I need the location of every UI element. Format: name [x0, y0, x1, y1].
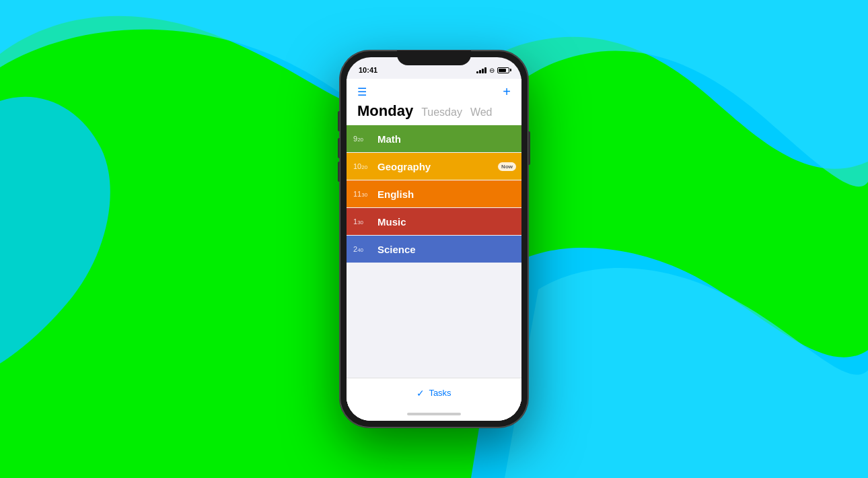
subject-name: Math: [377, 133, 401, 145]
schedule-item[interactable]: 920Math: [347, 125, 521, 152]
battery-icon: [497, 67, 509, 73]
subject-name: Science: [377, 244, 416, 255]
subject-bar-music: 130Music: [347, 208, 521, 235]
schedule-item[interactable]: 130Music: [347, 208, 521, 235]
day-tabs: Monday Tuesday Wed: [347, 102, 521, 125]
time-hour: 11: [353, 190, 361, 198]
time-hour: 10: [353, 162, 361, 170]
tab-wednesday[interactable]: Wed: [470, 106, 493, 118]
status-icons: ⊖: [476, 67, 509, 74]
menu-button[interactable]: ☰: [357, 86, 367, 98]
tasks-button[interactable]: Tasks: [429, 388, 451, 398]
phone-screen: 10:41 ⊖ ☰: [347, 57, 521, 421]
time-min: 30: [357, 220, 363, 226]
add-button[interactable]: +: [503, 84, 511, 100]
subject-name: Geography: [377, 161, 431, 172]
schedule-time: 1020: [353, 162, 372, 170]
schedule-item[interactable]: 1020GeographyNow: [347, 153, 521, 180]
toolbar: ☰ +: [347, 79, 521, 102]
schedule-list: 920Math1020GeographyNow1130English130Mus…: [347, 125, 521, 273]
schedule-time: 1130: [353, 190, 372, 198]
subject-bar-geography: 1020GeographyNow: [347, 153, 521, 180]
status-time: 10:41: [359, 66, 377, 74]
time-min: 20: [361, 165, 367, 170]
tab-tuesday[interactable]: Tuesday: [421, 106, 462, 118]
subject-name: Music: [377, 216, 406, 228]
time-min: 40: [357, 248, 363, 253]
tasks-check-icon: ✓: [417, 388, 425, 399]
signal-icon: [476, 67, 486, 73]
schedule-time: 240: [353, 245, 372, 253]
phone: 10:41 ⊖ ☰: [340, 50, 528, 428]
subject-name: English: [377, 189, 414, 200]
time-min: 30: [361, 193, 367, 198]
app-content: ☰ + Monday Tuesday Wed 920Math1020Geogra…: [347, 79, 521, 421]
tab-monday[interactable]: Monday: [357, 102, 413, 120]
home-bar: [407, 413, 461, 415]
phone-notch: [397, 50, 471, 65]
time-min: 20: [357, 137, 363, 143]
subject-bar-science: 240Science: [347, 236, 521, 263]
home-indicator: [347, 407, 521, 421]
wifi-icon: ⊖: [489, 67, 495, 74]
bottom-area: ✓ Tasks: [347, 273, 521, 421]
schedule-time: 920: [353, 135, 372, 143]
now-badge: Now: [498, 162, 516, 171]
bottom-bar: ✓ Tasks: [347, 378, 521, 407]
schedule-item[interactable]: 1130English: [347, 180, 521, 207]
schedule-time: 130: [353, 217, 372, 226]
phone-frame: 10:41 ⊖ ☰: [340, 50, 528, 428]
subject-bar-english: 1130English: [347, 180, 521, 207]
subject-bar-math: 920Math: [347, 125, 521, 152]
schedule-item[interactable]: 240Science: [347, 236, 521, 263]
